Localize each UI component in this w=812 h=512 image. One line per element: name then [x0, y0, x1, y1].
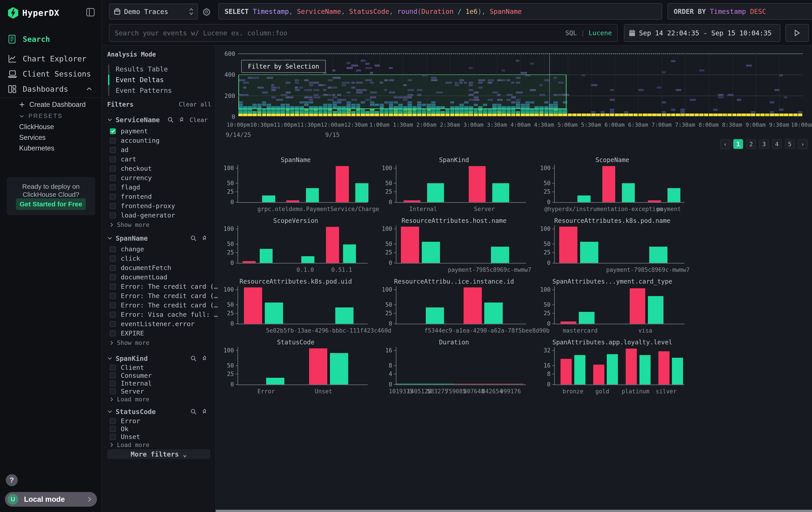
search-icon[interactable]	[168, 117, 174, 123]
checkbox[interactable]	[110, 284, 116, 290]
filter-option-spanname[interactable]: EXPIRE	[110, 329, 208, 338]
checkbox[interactable]	[110, 330, 116, 336]
mode-results-table[interactable]: Results Table	[116, 65, 168, 73]
gear-icon[interactable]	[202, 7, 211, 16]
filter-option-servicename[interactable]: cart	[110, 155, 208, 163]
sidebar-item-client-sessions[interactable]: Client Sessions	[8, 68, 95, 80]
filter-option-spankind[interactable]: Internal	[110, 379, 208, 387]
page-button-2[interactable]: 2	[746, 139, 756, 149]
filter-option-spankind[interactable]: Client	[110, 363, 208, 372]
checkbox[interactable]	[110, 138, 116, 143]
checkbox[interactable]	[110, 184, 116, 190]
filter-option-servicename[interactable]: currency	[110, 173, 208, 182]
load-more-button[interactable]: Load more	[110, 441, 149, 448]
search-input[interactable]: Search your events w/ Lucene ex. column:…	[109, 24, 618, 42]
filter-group-header-servicename[interactable]: ServiceNameClear	[107, 115, 212, 124]
run-query-button[interactable]	[785, 24, 809, 42]
filter-option-spanname[interactable]: Error: The credit card (…	[110, 282, 208, 291]
filter-option-spanname[interactable]: documentFetch	[110, 264, 208, 272]
filter-option-servicename[interactable]: load-generator	[110, 211, 208, 219]
search-icon[interactable]	[190, 235, 197, 241]
clear-all-button[interactable]: Clear all	[179, 101, 211, 108]
filter-option-statuscode[interactable]: Ok	[110, 425, 208, 433]
show-more-button[interactable]: Show more	[110, 221, 149, 228]
filter-option-servicename[interactable]: flagd	[110, 183, 208, 191]
sidebar-item-services[interactable]: Services	[19, 134, 46, 141]
source-select[interactable]: Demo Traces	[109, 4, 198, 20]
pin-icon[interactable]	[201, 235, 208, 241]
order-by-input[interactable]: ORDER BY Timestamp DESC	[667, 3, 812, 20]
filter-option-servicename[interactable]: payment	[110, 127, 208, 135]
checkbox[interactable]	[110, 212, 116, 218]
sql-select-input[interactable]: SELECT Timestamp, ServiceName, StatusCod…	[218, 3, 662, 20]
filter-by-selection-button[interactable]: Filter by Selection	[241, 60, 326, 73]
sql-toggle[interactable]: SQL	[565, 29, 577, 37]
filter-option-servicename[interactable]: frontend-proxy	[110, 202, 208, 210]
filter-option-spanname[interactable]: Error: The credit card (…	[110, 301, 208, 309]
date-range-picker[interactable]: Sep 14 22:04:35 - Sep 15 10:04:35	[624, 24, 780, 42]
mode-event-deltas[interactable]: Event Deltas	[116, 76, 164, 84]
filter-option-statuscode[interactable]: Unset	[110, 433, 208, 441]
checkbox[interactable]	[110, 166, 116, 172]
mode-event-patterns[interactable]: Event Patterns	[116, 87, 172, 95]
checkbox[interactable]	[110, 388, 116, 394]
checkbox[interactable]	[110, 246, 116, 252]
checkbox[interactable]	[110, 365, 116, 371]
search-icon[interactable]	[190, 355, 197, 361]
checkbox[interactable]	[110, 418, 116, 424]
presets-toggle[interactable]: PRESETS	[19, 113, 63, 119]
clear-filter-button[interactable]: Clear	[190, 116, 208, 123]
checkbox[interactable]	[110, 302, 116, 308]
local-mode-button[interactable]: U Local mode	[5, 492, 97, 507]
checkbox[interactable]	[110, 312, 116, 318]
lucene-toggle[interactable]: Lucene	[588, 29, 612, 37]
filter-option-spanname[interactable]: Error: The credit card (…	[110, 292, 208, 300]
checkbox[interactable]	[110, 380, 116, 386]
filter-option-spanname[interactable]: documentLoad	[110, 273, 208, 281]
checkbox[interactable]	[110, 147, 116, 153]
filter-option-spanname[interactable]: eventListener.error	[110, 320, 208, 328]
checkbox[interactable]	[110, 194, 116, 200]
filter-option-spanname[interactable]: click	[110, 254, 208, 263]
sidebar-item-chart-explorer[interactable]: Chart Explorer	[8, 53, 95, 65]
checkbox[interactable]	[110, 265, 116, 271]
sidebar-item-search[interactable]: Search	[8, 33, 95, 46]
filter-option-spanname[interactable]: Error: Visa cache full: …	[110, 310, 208, 319]
checkbox[interactable]	[110, 426, 116, 432]
help-button[interactable]: ?	[6, 474, 18, 486]
filter-option-servicename[interactable]: frontend	[110, 192, 208, 201]
sidebar-item-dashboards[interactable]: Dashboards	[8, 83, 95, 95]
page-button-5[interactable]: 5	[785, 139, 795, 149]
checkbox[interactable]	[110, 274, 116, 280]
page-button-4[interactable]: 4	[772, 139, 782, 149]
filter-option-spanname[interactable]: change	[110, 245, 208, 253]
sidebar-collapse-icon[interactable]	[86, 7, 95, 17]
filter-option-statuscode[interactable]: Error	[110, 417, 208, 425]
filter-group-header-spanname[interactable]: SpanName	[107, 234, 212, 243]
filter-option-servicename[interactable]: accounting	[110, 136, 208, 145]
filter-group-header-spankind[interactable]: SpanKind	[107, 354, 212, 363]
more-filters-button[interactable]: More filters ⌄	[107, 449, 210, 459]
get-started-button[interactable]: Get Started for Free	[16, 198, 86, 210]
show-more-button[interactable]: Show more	[110, 339, 149, 346]
create-dashboard-button[interactable]: Create Dashboard	[19, 101, 86, 109]
heatmap-selection-box[interactable]	[238, 74, 567, 109]
page-button-1[interactable]: 1	[733, 139, 743, 149]
page-button-3[interactable]: 3	[759, 139, 769, 149]
checkbox[interactable]	[110, 293, 116, 299]
checkbox[interactable]	[110, 156, 116, 162]
filter-group-header-statuscode[interactable]: StatusCode	[107, 407, 212, 416]
next-page-button[interactable]: ›	[798, 139, 808, 149]
filter-option-servicename[interactable]: checkout	[110, 164, 208, 173]
pin-icon[interactable]	[201, 408, 208, 415]
checkbox[interactable]	[110, 434, 116, 440]
pin-icon[interactable]	[201, 355, 208, 361]
filter-option-servicename[interactable]: ad	[110, 145, 208, 154]
filter-option-spankind[interactable]: Server	[110, 387, 208, 396]
sidebar-item-clickhouse[interactable]: ClickHouse	[19, 123, 54, 131]
search-icon[interactable]	[190, 408, 197, 415]
checkbox[interactable]	[110, 203, 116, 209]
checkbox[interactable]	[110, 321, 116, 327]
checkbox[interactable]	[110, 372, 116, 378]
checkbox[interactable]	[110, 175, 116, 181]
